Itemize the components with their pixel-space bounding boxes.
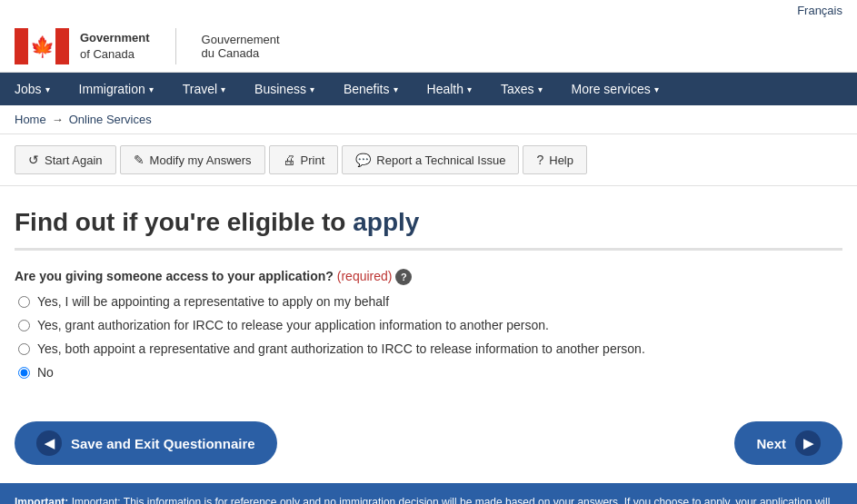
- nav-travel-caret: ▾: [221, 84, 225, 94]
- start-again-button[interactable]: ↺ Start Again: [15, 145, 116, 174]
- site-header: 🍁 Government of Canada Gouvernement du C…: [0, 21, 857, 73]
- nav-business-caret: ▾: [310, 84, 314, 94]
- chat-icon: 💬: [355, 153, 371, 167]
- edit-icon: ✎: [134, 153, 144, 167]
- nav-immigration-caret: ▾: [149, 84, 154, 94]
- nav-more-services[interactable]: More services▾: [557, 73, 673, 105]
- lang-switch-link[interactable]: Français: [797, 4, 842, 17]
- required-badge: (required): [337, 269, 393, 283]
- nav-taxes[interactable]: Taxes▾: [486, 73, 557, 105]
- radio-option-2[interactable]: Yes, grant authorization for IRCC to rel…: [18, 318, 842, 332]
- breadcrumb-current[interactable]: Online Services: [69, 113, 152, 126]
- radio-input-3[interactable]: [18, 343, 30, 355]
- help-icon: ?: [536, 153, 543, 167]
- page-title: Find out if you're eligible to apply: [15, 208, 842, 251]
- radio-input-4[interactable]: [18, 367, 30, 379]
- radio-option-3[interactable]: Yes, both appoint a representative and g…: [18, 341, 842, 356]
- bottom-buttons: ◀ Save and Exit Questionnaire Next ▶: [0, 403, 857, 483]
- radio-option-4[interactable]: No: [18, 365, 842, 380]
- nav-jobs[interactable]: Jobs▾: [0, 73, 65, 105]
- nav-health-caret: ▾: [467, 84, 472, 94]
- gov-name-fr: Gouvernement du Canada: [202, 33, 280, 60]
- radio-input-2[interactable]: [18, 320, 30, 331]
- logo-area: 🍁 Government of Canada Gouvernement du C…: [15, 28, 280, 64]
- nav-travel[interactable]: Travel▾: [168, 73, 240, 105]
- save-exit-button[interactable]: ◀ Save and Exit Questionnaire: [15, 421, 277, 465]
- top-bar: Français: [0, 0, 857, 21]
- nav-health[interactable]: Health▾: [413, 73, 486, 105]
- nav-taxes-caret: ▾: [538, 84, 543, 94]
- question-help-icon[interactable]: ?: [395, 269, 412, 285]
- print-icon: 🖨: [283, 153, 295, 167]
- refresh-icon: ↺: [28, 153, 39, 167]
- modify-answers-button[interactable]: ✎ Modify my Answers: [120, 145, 265, 174]
- svg-rect-2: [55, 28, 69, 64]
- nav-benefits-caret: ▾: [394, 84, 398, 94]
- gov-name-en: Government of Canada: [80, 30, 150, 63]
- main-nav: Jobs▾ Immigration▾ Travel▾ Business▾ Ben…: [0, 73, 857, 105]
- canada-flag-icon: 🍁: [15, 28, 69, 64]
- radio-group: Yes, I will be appointing a representati…: [15, 294, 842, 380]
- question-label: Are you giving someone access to your ap…: [15, 269, 842, 285]
- header-separator: [175, 28, 176, 64]
- svg-rect-1: [15, 28, 28, 64]
- important-notice: Important: Important: This information i…: [0, 483, 857, 504]
- next-icon: ▶: [795, 430, 821, 456]
- print-button[interactable]: 🖨 Print: [269, 145, 339, 174]
- next-button[interactable]: Next ▶: [734, 421, 842, 465]
- toolbar: ↺ Start Again ✎ Modify my Answers 🖨 Prin…: [0, 134, 857, 186]
- radio-input-1[interactable]: [18, 296, 30, 308]
- radio-option-1[interactable]: Yes, I will be appointing a representati…: [18, 294, 842, 309]
- breadcrumb-home[interactable]: Home: [15, 113, 46, 126]
- save-exit-icon: ◀: [36, 430, 62, 456]
- nav-more-caret: ▾: [654, 84, 659, 94]
- nav-business[interactable]: Business▾: [240, 73, 329, 105]
- nav-jobs-caret: ▾: [45, 84, 50, 94]
- help-button[interactable]: ? Help: [523, 145, 587, 174]
- report-issue-button[interactable]: 💬 Report a Technical Issue: [342, 145, 519, 174]
- notice-label: Important:: [15, 496, 68, 504]
- nav-immigration[interactable]: Immigration▾: [65, 73, 168, 105]
- main-content: Find out if you're eligible to apply Are…: [0, 186, 857, 394]
- breadcrumb-separator: →: [52, 113, 64, 126]
- svg-text:🍁: 🍁: [30, 35, 55, 59]
- nav-benefits[interactable]: Benefits▾: [329, 73, 413, 105]
- breadcrumb: Home → Online Services: [0, 105, 857, 134]
